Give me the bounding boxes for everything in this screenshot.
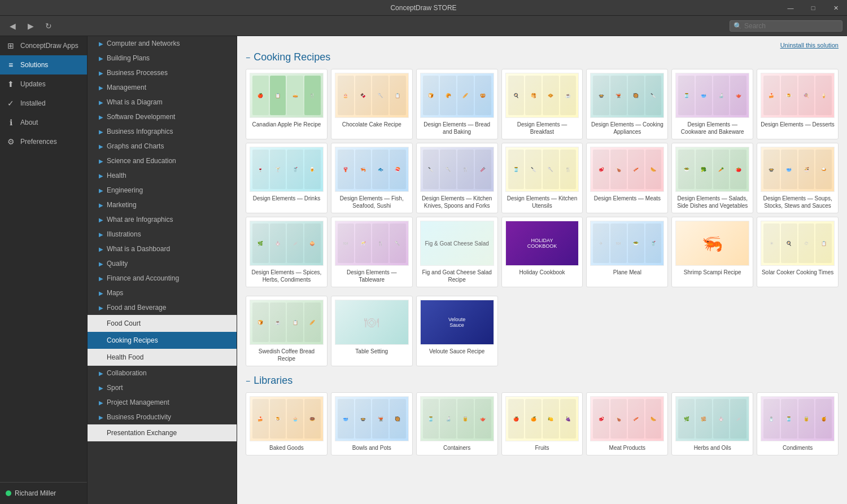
- category-computer-networks[interactable]: ▶ Computer and Networks: [88, 36, 237, 51]
- category-maps[interactable]: ▶ Maps: [88, 286, 237, 300]
- grid-item-drinks[interactable]: 🍷🍸 🥤🍺 Design Elements — Drinks: [246, 143, 328, 213]
- grid-item-breakfast[interactable]: 🍳🥞 🧇☕ Design Elements — Breakfast: [501, 69, 583, 139]
- grid-item-swedish-coffee[interactable]: 🍞☕ 📋🥖 Swedish Coffee Bread Recipe: [246, 296, 328, 366]
- item-label: Design Elements — Drinks: [253, 195, 320, 202]
- grid-item-tableware[interactable]: 🍽🥂 🍴🥄 Design Elements — Tableware: [331, 217, 413, 287]
- grid-item-shrimp-scampi[interactable]: 🦐 Shrimp Scampi Recipe: [671, 217, 753, 287]
- subcategory-cooking-recipes[interactable]: Cooking Recipes: [88, 332, 237, 349]
- search-input[interactable]: [744, 22, 835, 30]
- category-label: Sport: [107, 384, 123, 392]
- grid-item-lib3[interactable]: 🫙🍶 🥫🫖 Containers: [416, 392, 498, 455]
- grid-item-salads[interactable]: 🥗🥦 🥕🍅 Design Elements — Salads, Side Dis…: [671, 143, 753, 213]
- category-management[interactable]: ▶ Management: [88, 80, 237, 95]
- title-bar: ConceptDraw STORE — □ ✕: [0, 0, 847, 16]
- category-what-are-infographics[interactable]: ▶ What are Infographics: [88, 212, 237, 227]
- item-label: Shrimp Scampi Recipe: [684, 269, 741, 276]
- grid-item-solar-cooker[interactable]: ☀🍳 ⏱📋 Solar Cooker Cooking Times: [757, 217, 839, 287]
- back-button[interactable]: ◀: [5, 18, 20, 34]
- sidebar-item-apps[interactable]: ⊞ ConceptDraw Apps: [0, 36, 87, 55]
- arrow-icon: ▶: [99, 55, 103, 62]
- grid-item-lib2[interactable]: 🥣🍲 🫕🥘 Bowls and Pots: [331, 392, 413, 455]
- sidebar-item-solutions[interactable]: ≡ Solutions: [0, 55, 87, 74]
- grid-item-lib6[interactable]: 🌿🫚 🧄🌶 Herbs and Oils: [671, 392, 753, 455]
- category-engineering[interactable]: ▶ Engineering: [88, 183, 237, 198]
- grid-item-fig-goat[interactable]: Fig & Goat Cheese Salad Fig and Goat Che…: [416, 217, 498, 287]
- item-label: Design Elements — Soups, Stocks, Stews a…: [761, 195, 835, 209]
- refresh-button[interactable]: ↻: [41, 18, 56, 34]
- sidebar-item-preferences[interactable]: ⚙ Preferences: [0, 132, 87, 151]
- grid-item-bread-baking[interactable]: 🍞🥐 🥖🥨 Design Elements — Bread and Baking: [416, 69, 498, 139]
- category-project-management[interactable]: ▶ Project Management: [88, 395, 237, 410]
- uninstall-link[interactable]: Uninstall this solution: [246, 42, 839, 49]
- category-building-plans[interactable]: ▶ Building Plans: [88, 51, 237, 65]
- category-collaboration[interactable]: ▶ Collaboration: [88, 366, 237, 380]
- grid-item-spices[interactable]: 🌿🧄 🌶🧅 Design Elements — Spices, Herbs, C…: [246, 217, 328, 287]
- item-label: Solar Cooker Cooking Times: [762, 269, 833, 276]
- category-science-education[interactable]: ▶ Science and Education: [88, 154, 237, 168]
- subcategory-health-food[interactable]: Health Food: [88, 349, 237, 366]
- grid-item-meats[interactable]: 🥩🍗 🥓🌭 Design Elements — Meats: [586, 143, 668, 213]
- minimize-button[interactable]: —: [779, 0, 802, 16]
- category-graphs-charts[interactable]: ▶ Graphs and Charts: [88, 139, 237, 154]
- subcategory-food-court[interactable]: Food Court: [88, 315, 237, 332]
- sidebar-item-updates[interactable]: ⬆ Updates: [0, 74, 87, 94]
- cooking-recipes-title: Cooking Recipes: [254, 51, 330, 63]
- grid-item-kitchen-utensils[interactable]: 🫙🔪 🥄🍴 Design Elements — Kitchen Utensils: [501, 143, 583, 213]
- category-label: Quality: [107, 260, 128, 268]
- sidebar-item-label: About: [20, 119, 38, 126]
- forward-button[interactable]: ▶: [23, 18, 38, 34]
- grid-item-cookware-bakeware[interactable]: 🫙🥣 🍶🫖 Design Elements — Cookware and Bak…: [671, 69, 753, 139]
- grid-item-table-setting[interactable]: 🍽 Table Setting: [331, 296, 413, 366]
- grid-item-holiday-cookbook[interactable]: HOLIDAYCOOKBOOK Holiday Cookbook: [501, 217, 583, 287]
- item-thumbnail: 🥗🥦 🥕🍅: [675, 147, 749, 192]
- category-finance-accounting[interactable]: ▶ Finance and Accounting: [88, 271, 237, 286]
- item-thumbnail: 🔪🥄 🍴🥢: [420, 147, 494, 192]
- item-label: Herbs and Oils: [694, 444, 731, 452]
- item-thumbnail: 🥣🍲 🫕🥘: [335, 396, 409, 441]
- grid-item-veloute-sauce[interactable]: VelouteSauce Veloute Sauce Recipe: [416, 296, 498, 366]
- category-label: Computer and Networks: [107, 40, 180, 47]
- arrow-icon: ▶: [99, 158, 103, 164]
- category-business-infographics[interactable]: ▶ Business Infographics: [88, 124, 237, 139]
- sidebar-item-label: ConceptDraw Apps: [20, 42, 78, 50]
- section-toggle[interactable]: −: [246, 53, 250, 62]
- grid-item-lib1[interactable]: 🍰🍮 🧁🍩 Baked Goods: [246, 392, 328, 455]
- item-thumbnail: 🫙🔪 🥄🍴: [505, 147, 579, 192]
- category-health[interactable]: ▶ Health: [88, 168, 237, 183]
- category-illustrations[interactable]: ▶ Illustrations: [88, 227, 237, 242]
- grid-item-lib5[interactable]: 🥩🍗 🥓🌭 Meat Products: [586, 392, 668, 455]
- item-thumbnail: 🌿🫚 🧄🌶: [675, 396, 749, 441]
- grid-item-kitchen-knives[interactable]: 🔪🥄 🍴🥢 Design Elements — Kitchen Knives, …: [416, 143, 498, 213]
- libraries-section-toggle[interactable]: −: [246, 376, 250, 385]
- grid-item-cooking-appliances[interactable]: 🍲🫕 🥘🔪 Design Elements — Cooking Applianc…: [586, 69, 668, 139]
- grid-item-soups[interactable]: 🍲🥣 🍜🍛 Design Elements — Soups, Stocks, S…: [757, 143, 839, 213]
- sidebar-item-about[interactable]: ℹ About: [0, 113, 87, 132]
- sidebar-item-installed[interactable]: ✓ Installed: [0, 94, 87, 113]
- category-business-productivity[interactable]: ▶ Business Productivity: [88, 410, 237, 424]
- grid-item-lib7[interactable]: 🧂🫙 🥫🍯 Condiments: [757, 392, 839, 455]
- grid-item-desserts[interactable]: 🍰🍮 🍭🍦 Design Elements — Desserts: [757, 69, 839, 139]
- subcategory-presentation-exchange[interactable]: Presentation Exchange: [88, 424, 237, 441]
- category-software-dev[interactable]: ▶ Software Development: [88, 109, 237, 124]
- category-what-is-diagram[interactable]: ▶ What is a Diagram: [88, 95, 237, 109]
- main-layout: ⊞ ConceptDraw Apps ≡ Solutions ⬆ Updates…: [0, 36, 847, 504]
- arrow-icon: ▶: [99, 400, 103, 406]
- grid-item-chocolate-cake[interactable]: 🎂🍫 🥄📋 Chocolate Cake Recipe: [331, 69, 413, 139]
- category-label: Science and Education: [107, 157, 176, 165]
- grid-item-fish[interactable]: 🦞🦐 🐟🍣 Design Elements — Fish, Seafood, S…: [331, 143, 413, 213]
- category-food-beverage[interactable]: ▶ Food and Beverage: [88, 300, 237, 315]
- category-marketing[interactable]: ▶ Marketing: [88, 198, 237, 212]
- category-business-processes[interactable]: ▶ Business Processes: [88, 65, 237, 80]
- close-button[interactable]: ✕: [824, 0, 847, 16]
- category-sport[interactable]: ▶ Sport: [88, 380, 237, 395]
- grid-item-canadian-apple-pie[interactable]: 🍎 📋 🥧 🍴 Canadian Apple Pie Recipe: [246, 69, 328, 139]
- arrow-icon: ▶: [99, 231, 103, 238]
- maximize-button[interactable]: □: [802, 0, 824, 16]
- sidebar: ⊞ ConceptDraw Apps ≡ Solutions ⬆ Updates…: [0, 36, 88, 504]
- user-status-dot: [6, 490, 11, 496]
- category-what-is-dashboard[interactable]: ▶ What is a Dashboard: [88, 242, 237, 256]
- category-quality[interactable]: ▶ Quality: [88, 256, 237, 271]
- grid-item-plane-meal[interactable]: ✈🍽 🥗🥤 Plane Meal: [586, 217, 668, 287]
- apps-icon: ⊞: [6, 41, 16, 51]
- grid-item-lib4[interactable]: 🍎🍊 🍋🍇 Fruits: [501, 392, 583, 455]
